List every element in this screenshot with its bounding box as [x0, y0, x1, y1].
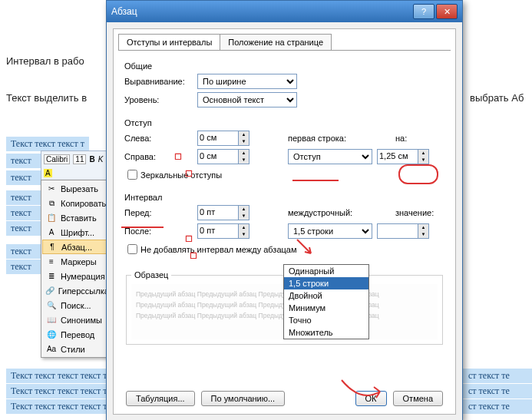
- annotation-mark: ◻: [185, 167, 193, 178]
- sample-title: Образец: [131, 270, 171, 279]
- level-select[interactable]: Основной текст: [197, 92, 297, 107]
- after-input[interactable]: [198, 224, 238, 236]
- annotation-underline: [292, 180, 339, 181]
- italic-icon[interactable]: K: [98, 155, 104, 164]
- cut-icon: ✂: [45, 184, 58, 193]
- bg-text: Интервал в рабо: [6, 55, 84, 67]
- left-input[interactable]: [198, 131, 238, 144]
- bg-sel: текст: [6, 221, 43, 236]
- link-icon: 🔗: [45, 286, 55, 295]
- down-icon[interactable]: ▼: [418, 231, 428, 238]
- opt-mult[interactable]: Множитель: [284, 326, 368, 339]
- titlebar: Абзац ? ✕: [107, 1, 462, 22]
- linesp-select[interactable]: 1,5 строки: [288, 223, 372, 239]
- value-input[interactable]: [378, 224, 418, 236]
- down-icon[interactable]: ▼: [238, 157, 249, 164]
- opt-one-half[interactable]: 1,5 строки: [284, 277, 368, 289]
- highlight-icon[interactable]: A: [44, 169, 52, 177]
- mirror-label: Зеркальные отступы: [140, 170, 222, 180]
- book-icon: 📖: [45, 316, 58, 324]
- bg-sel: ст текст те: [464, 369, 532, 383]
- right-label: Справа:: [124, 152, 197, 161]
- annotation-mark: ◻: [190, 250, 197, 260]
- group-indent: Отступ: [124, 118, 444, 127]
- bold-icon[interactable]: B: [89, 155, 94, 164]
- linesp-dropdown[interactable]: Одинарный 1,5 строки Двойной Минимум Точ…: [283, 264, 369, 339]
- linesp-label: междустрочный:: [288, 208, 372, 217]
- bullets-icon: ≡: [45, 257, 58, 266]
- down-icon[interactable]: ▼: [238, 213, 249, 220]
- up-icon[interactable]: ▲: [238, 206, 249, 213]
- font-box[interactable]: Calibri: [44, 154, 70, 164]
- bg-sel: текст: [6, 206, 43, 220]
- down-icon[interactable]: ▼: [238, 231, 249, 238]
- bg-sel: текст: [6, 244, 43, 259]
- by-label: на:: [395, 134, 407, 143]
- right-spin[interactable]: ▲▼: [197, 149, 249, 164]
- before-label: Перед:: [124, 208, 197, 217]
- ok-button[interactable]: ОК: [355, 391, 387, 406]
- left-label: Слева:: [124, 134, 197, 143]
- nospace-label: Не добавлять интервал между абзацам: [140, 245, 297, 254]
- paragraph-dialog: Абзац ? ✕ Отступы и интервалы Положение …: [106, 0, 463, 420]
- alignment-label: Выравнивание:: [124, 77, 197, 86]
- help-button[interactable]: ?: [413, 4, 435, 19]
- search-icon: 🔍: [45, 301, 58, 309]
- bg-sel: ст текст те: [464, 399, 532, 414]
- value-label: значение:: [395, 208, 434, 217]
- opt-min[interactable]: Минимум: [284, 302, 368, 314]
- down-icon[interactable]: ▼: [238, 138, 249, 145]
- styles-icon: Aa: [45, 345, 58, 353]
- up-icon[interactable]: ▲: [418, 150, 428, 157]
- value-spin[interactable]: ▲▼: [377, 223, 429, 239]
- size-box[interactable]: 11: [73, 154, 86, 164]
- bg-text: Текст выделить в: [6, 92, 87, 104]
- opt-single[interactable]: Одинарный: [284, 265, 368, 277]
- annotation-underline: [121, 227, 164, 228]
- left-spin[interactable]: ▲▼: [197, 131, 249, 146]
- opt-double[interactable]: Двойной: [284, 289, 368, 302]
- bg-text: выбрать Аб: [470, 92, 524, 104]
- up-icon[interactable]: ▲: [238, 150, 249, 157]
- numbering-icon: ≣: [45, 272, 58, 280]
- bg-sel: текст: [6, 154, 43, 168]
- font-icon: A: [45, 228, 58, 236]
- bg-sel: Текст текст текст т: [6, 137, 89, 151]
- up-icon[interactable]: ▲: [238, 224, 249, 231]
- tabs-button[interactable]: Табуляция...: [126, 391, 195, 406]
- firstline-select[interactable]: Отступ: [288, 149, 372, 164]
- by-input[interactable]: [378, 150, 418, 162]
- level-label: Уровень:: [124, 95, 197, 104]
- bg-sel: текст: [6, 190, 43, 205]
- translate-icon: 🌐: [45, 330, 58, 339]
- firstline-label: первая строка:: [288, 134, 372, 143]
- cancel-button[interactable]: Отмена: [393, 391, 443, 406]
- copy-icon: ⧉: [45, 199, 58, 208]
- before-input[interactable]: [198, 206, 238, 218]
- before-spin[interactable]: ▲▼: [197, 205, 249, 220]
- bg-sel: текст: [6, 260, 43, 274]
- group-spacing: Интервал: [124, 193, 444, 202]
- down-icon[interactable]: ▼: [418, 157, 428, 164]
- mirror-checkbox[interactable]: [127, 170, 137, 180]
- alignment-select[interactable]: По ширине: [197, 74, 297, 89]
- dialog-title: Абзац: [111, 6, 411, 17]
- up-icon[interactable]: ▲: [238, 131, 249, 138]
- after-spin[interactable]: ▲▼: [197, 223, 249, 239]
- nospace-checkbox[interactable]: [127, 244, 137, 254]
- annotation-circle: [398, 164, 438, 184]
- defaults-button[interactable]: По умолчанию...: [201, 391, 286, 406]
- annotation-mark: ◻: [174, 150, 182, 161]
- annotation-mark: ◻: [185, 233, 193, 243]
- bg-sel: текст: [6, 170, 43, 185]
- close-button[interactable]: ✕: [436, 4, 458, 19]
- opt-exact[interactable]: Точно: [284, 314, 368, 326]
- right-input[interactable]: [198, 150, 238, 162]
- paste-icon: 📋: [45, 213, 58, 222]
- group-general: Общие: [124, 61, 444, 71]
- up-icon[interactable]: ▲: [418, 224, 428, 231]
- by-spin[interactable]: ▲▼: [377, 149, 429, 164]
- paragraph-icon: ¶: [46, 243, 58, 251]
- tab-pageflow[interactable]: Положение на странице: [220, 34, 332, 50]
- tab-indents[interactable]: Отступы и интервалы: [118, 34, 220, 50]
